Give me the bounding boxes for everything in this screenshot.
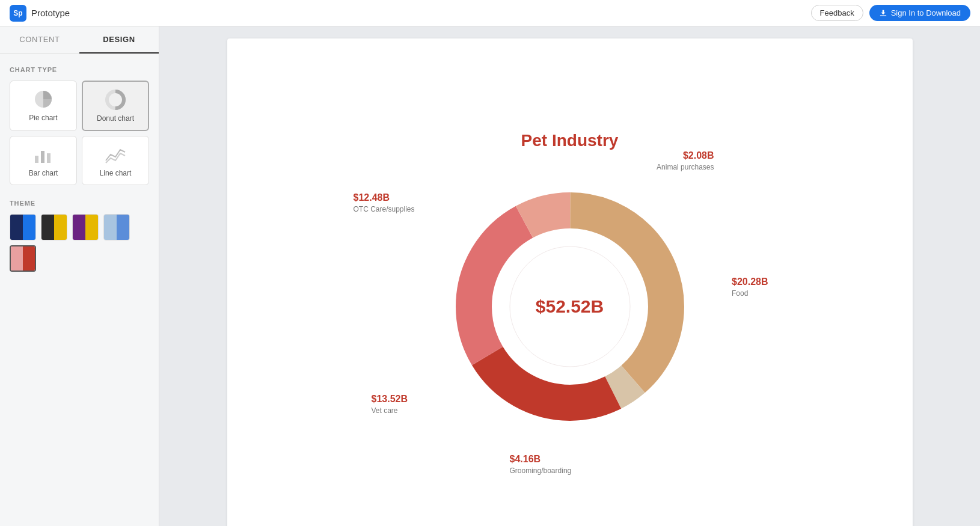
svg-rect-5 xyxy=(41,151,44,163)
theme-dark-yellow[interactable] xyxy=(41,214,67,240)
main-content: Pet Industry xyxy=(159,26,980,526)
chart-title: Pet Industry xyxy=(521,131,619,150)
theme-light-blue[interactable] xyxy=(103,214,130,240)
pie-chart-label: Pie chart xyxy=(29,114,57,122)
app-body: CONTENT DESIGN CHART TYPE Pie chart xyxy=(0,26,980,526)
chart-type-pie[interactable]: Pie chart xyxy=(10,81,77,131)
header: Sp Prototype Feedback Sign In to Downloa… xyxy=(0,0,980,26)
sidebar-tabs: CONTENT DESIGN xyxy=(0,26,159,54)
chart-type-donut[interactable]: Donut chart xyxy=(82,81,149,131)
chart-type-bar[interactable]: Bar chart xyxy=(10,136,77,185)
app-title: Prototype xyxy=(31,8,70,18)
bar-chart-label: Bar chart xyxy=(29,169,58,177)
tab-content[interactable]: CONTENT xyxy=(0,26,79,54)
donut-chart-label: Donut chart xyxy=(97,114,134,123)
header-left: Sp Prototype xyxy=(10,5,70,22)
chart-canvas: Pet Industry xyxy=(227,38,913,526)
download-icon xyxy=(879,9,887,17)
chart-type-line[interactable]: Line chart xyxy=(82,136,149,185)
donut-chart: $52.52B $20.28B Food $2.08B Animal purch… xyxy=(438,174,702,439)
theme-purple-yellow[interactable] xyxy=(72,214,99,240)
download-button[interactable]: Sign In to Download xyxy=(869,5,970,21)
label-animal: $2.08B Animal purchases xyxy=(657,150,714,171)
theme-blue-dark[interactable] xyxy=(10,214,36,240)
app-logo: Sp xyxy=(10,5,26,22)
label-vet: $13.52B Vet care xyxy=(372,394,408,415)
svg-rect-0 xyxy=(880,15,886,16)
chart-type-label: CHART TYPE xyxy=(10,66,149,73)
theme-label: THEME xyxy=(10,200,149,207)
theme-grid xyxy=(10,214,149,272)
bar-icon xyxy=(32,144,54,165)
label-otc: $12.48B OTC Care/supplies xyxy=(354,192,415,213)
sidebar: CONTENT DESIGN CHART TYPE Pie chart xyxy=(0,26,159,526)
donut-inner xyxy=(510,246,630,367)
svg-rect-6 xyxy=(47,153,51,163)
donut-svg xyxy=(438,174,702,439)
donut-icon xyxy=(105,89,126,111)
header-right: Feedback Sign In to Download xyxy=(811,5,970,21)
line-chart-label: Line chart xyxy=(100,169,132,177)
svg-rect-4 xyxy=(35,156,38,163)
tab-design[interactable]: DESIGN xyxy=(79,26,159,54)
pie-icon xyxy=(32,88,54,110)
label-food: $20.28B Food xyxy=(732,277,768,298)
chart-type-grid: Pie chart Donut chart xyxy=(10,81,149,185)
donut-wrapper: Pet Industry xyxy=(227,38,913,526)
label-grooming: $4.16B Grooming/boarding xyxy=(510,454,572,475)
feedback-button[interactable]: Feedback xyxy=(811,5,863,21)
line-icon xyxy=(105,144,126,165)
sidebar-content: CHART TYPE Pie chart xyxy=(0,54,159,284)
theme-pink-red[interactable] xyxy=(10,245,36,272)
